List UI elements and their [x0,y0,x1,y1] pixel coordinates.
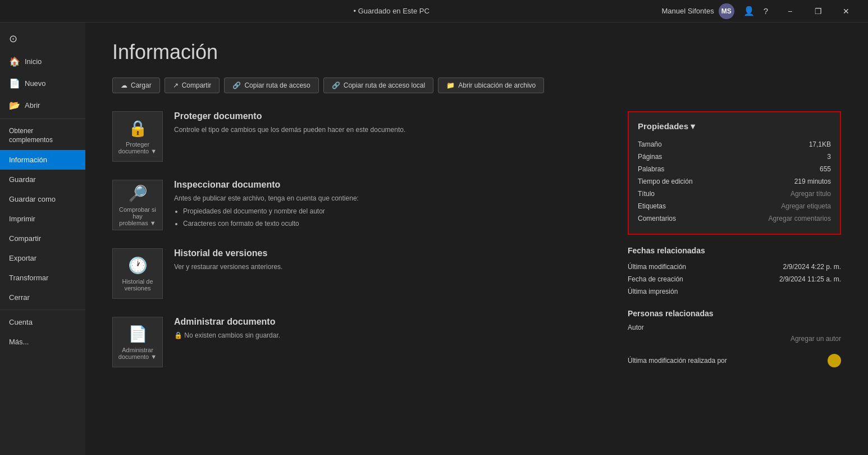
date-label-impresion: Última impresión [628,288,678,295]
inspeccionar-title: Inspeccionar documento [174,180,359,190]
abrir-ubicacion-button[interactable]: 📁 Abrir ubicación de archivo [438,78,544,93]
open-icon: 📂 [9,100,19,111]
prop-label-titulo: Título [638,190,655,198]
sidebar-label-nuevo: Nuevo [25,79,46,88]
historial-text: Historial de versiones Ver y restaurar v… [174,248,282,272]
sidebar-label-exportar: Exportar [9,254,36,262]
historial-icon-box[interactable]: 🕐 Historial deversiones [112,248,163,299]
copiar-ruta-local-button[interactable]: 🔗 Copiar ruta de acceso local [323,78,433,93]
window-controls: − ❐ ✕ [777,2,859,20]
share-icon: ↗ [173,81,179,89]
sidebar-item-abrir[interactable]: 📂 Abrir [0,94,85,116]
sidebar-item-cerrar[interactable]: Cerrar [0,288,85,307]
bullet-1: Propiedades del documento y nombre del a… [183,206,359,218]
inspeccionar-section: 🔎 Comprobar si hayproblemas ▼ Inspeccion… [112,180,610,230]
sidebar-item-mas[interactable]: Más... [0,332,85,352]
prop-comentarios: Comentarios Agregar comentarios [638,212,831,225]
properties-title: Propiedades ▾ [638,121,695,131]
right-column: Propiedades ▾ Tamaño 17,1KB Páginas 3 Pa… [628,111,841,385]
manage-icon: 📄 [128,325,148,343]
add-author-link[interactable]: Agregar un autor [791,335,841,343]
content-area: 🔒 Protegerdocumento ▼ Proteger documento… [112,111,841,385]
prop-tamano: Tamaño 17,1KB [638,138,831,151]
inspeccionar-icon-box[interactable]: 🔎 Comprobar si hayproblemas ▼ [112,180,163,230]
properties-header[interactable]: Propiedades ▾ [638,121,831,131]
prop-label-tiempo: Tiempo de edición [638,178,693,185]
prop-palabras: Palabras 655 [638,163,831,175]
sidebar-item-inicio[interactable]: 🏠 Inicio [0,51,85,72]
sidebar-label-guardar: Guardar [9,175,36,184]
toolbar: ☁ Cargar ↗ Compartir 🔗 Copiar ruta de ac… [112,78,841,93]
prop-value-comentarios[interactable]: Agregar comentarios [769,215,831,222]
minimize-button[interactable]: − [777,2,803,20]
prop-label-paginas: Páginas [638,153,662,161]
avatar-small [828,354,841,367]
date-value-ultima-mod: 2/9/2024 4:22 p. m. [783,263,841,271]
sidebar-item-informacion[interactable]: Información [0,150,85,170]
sidebar-item-cuenta[interactable]: Cuenta [0,312,85,332]
historial-title: Historial de versiones [174,248,282,258]
sidebar-label-complementos: Obtener complementos [9,127,76,144]
sidebar-item-nuevo[interactable]: 📄 Nuevo [0,72,85,94]
administrar-icon-box[interactable]: 📄 Administrardocumento ▼ [112,317,163,367]
sidebar-label-transformar: Transformar [9,274,48,282]
lock-icon: 🔒 [128,119,148,138]
proteger-section: 🔒 Protegerdocumento ▼ Proteger documento… [112,111,610,162]
prop-etiquetas: Etiquetas Agregar etiqueta [638,200,831,212]
left-column: 🔒 Protegerdocumento ▼ Proteger documento… [112,111,610,385]
date-ultima-mod: Última modificación 2/9/2024 4:22 p. m. [628,261,841,273]
home-icon: 🏠 [9,56,19,67]
proteger-text: Proteger documento Controle el tipo de c… [174,111,405,135]
sidebar-item-compartir[interactable]: Compartir [0,229,85,248]
date-creacion: Fecha de creación 2/9/2024 11:25 a. m. [628,273,841,285]
copiar-ruta-label: Copiar ruta de acceso [244,81,310,89]
people-title: Personas relacionadas [628,309,841,318]
compartir-button[interactable]: ↗ Compartir [165,78,220,93]
profile-icon[interactable]: 👤 [743,6,755,16]
sidebar-item-guardar[interactable]: Guardar [0,170,85,189]
historial-section: 🕐 Historial deversiones Historial de ver… [112,248,610,299]
administrar-section: 📄 Administrardocumento ▼ Administrar doc… [112,317,610,367]
user-info: Manuel Sifontes MS [661,3,734,19]
sidebar-label-compartir: Compartir [9,234,41,243]
people-section: Personas relacionadas Autor Agregar un a… [628,309,841,370]
prop-paginas: Páginas 3 [638,151,831,163]
link-local-icon: 🔗 [332,81,340,89]
sidebar-back-button[interactable]: ⊙ [0,27,85,51]
restore-button[interactable]: ❐ [805,2,831,20]
sidebar-label-cuenta: Cuenta [9,318,33,326]
dates-section: Fechas relacionadas Última modificación … [628,246,841,298]
history-icon: 🕐 [128,256,148,275]
prop-label-comentarios: Comentarios [638,215,676,222]
cargar-button[interactable]: ☁ Cargar [112,78,160,93]
titlebar-right: Manuel Sifontes MS 👤 ? − ❐ ✕ [661,2,859,20]
historial-description: Ver y restaurar versiones anteriores. [174,262,282,272]
prop-value-titulo[interactable]: Agregar título [791,190,831,198]
administrar-title: Administrar documento [174,317,280,327]
sidebar-item-complementos[interactable]: Obtener complementos [0,121,85,150]
prop-value-tiempo: 219 minutos [794,178,831,185]
sidebar-label-inicio: Inicio [25,57,42,66]
date-value-creacion: 2/9/2024 11:25 a. m. [779,275,841,283]
cloud-icon: ☁ [121,81,127,89]
inspeccionar-bullets: Propiedades del documento y nombre del a… [183,206,359,230]
compartir-label: Compartir [182,81,212,89]
proteger-icon-box[interactable]: 🔒 Protegerdocumento ▼ [112,111,163,162]
close-button[interactable]: ✕ [833,2,859,20]
inspect-icon: 🔎 [128,184,148,203]
copiar-ruta-button[interactable]: 🔗 Copiar ruta de acceso [224,78,318,93]
sidebar-item-imprimir[interactable]: Imprimir [0,209,85,229]
sidebar-divider-1 [0,119,85,119]
help-button[interactable]: ? [764,6,768,16]
sidebar-item-exportar[interactable]: Exportar [0,248,85,268]
sidebar-label-abrir: Abrir [25,101,40,110]
titlebar: • Guardado en Este PC Manuel Sifontes MS… [0,0,868,22]
copiar-ruta-local-label: Copiar ruta de acceso local [344,81,425,89]
sidebar-item-guardar-como[interactable]: Guardar como [0,189,85,209]
prop-label-tamano: Tamaño [638,140,662,148]
sidebar-item-transformar[interactable]: Transformar [0,268,85,288]
prop-value-etiquetas[interactable]: Agregar etiqueta [781,202,831,210]
prop-titulo: Título Agregar título [638,188,831,200]
prop-label-etiquetas: Etiquetas [638,202,666,210]
app-layout: ⊙ 🏠 Inicio 📄 Nuevo 📂 Abrir Obtener compl… [0,22,868,455]
